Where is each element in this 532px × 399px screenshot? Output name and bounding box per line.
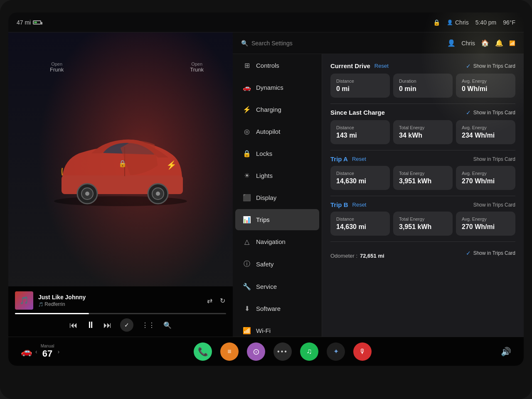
header-user-icon: 👤	[447, 39, 456, 47]
menu-item-charging[interactable]: ⚡ Charging	[235, 99, 319, 120]
autopilot-icon: ◎	[243, 128, 251, 135]
frunk-text: Frunk	[50, 66, 64, 73]
locks-label: Locks	[256, 150, 272, 157]
current-drive-reset[interactable]: Reset	[374, 63, 389, 69]
menu-item-service[interactable]: 🔧 Service	[235, 276, 319, 297]
trip-a-avg-energy-card: Avg. Energy 270 Wh/mi	[456, 166, 515, 190]
check-icon-slc: ✓	[466, 109, 471, 116]
slc-distance-card: Distance 143 mi	[330, 120, 390, 144]
equalizer-button[interactable]: ⋮⋮	[142, 321, 155, 329]
svg-text:⚡: ⚡	[166, 160, 177, 170]
divider-1	[330, 103, 515, 104]
menu-item-controls[interactable]: ⊞ Controls	[235, 55, 319, 76]
menu-item-software[interactable]: ⬇ Software	[235, 298, 319, 319]
battery-fill	[34, 22, 37, 23]
music-player: 🎵 Just Like Johnny 🎵 Redferrin ⇄ ↻	[8, 286, 233, 337]
next-track-button[interactable]: ⏭	[103, 320, 112, 330]
pause-button[interactable]: ⏸	[86, 320, 95, 330]
odometer-show-trips[interactable]: ✓ Show in Trips Card	[466, 250, 515, 256]
search-music-button[interactable]: 🔍	[163, 321, 172, 329]
checkmark-button[interactable]: ✓	[120, 318, 133, 332]
menu-item-autopilot[interactable]: ◎ Autopilot	[235, 121, 319, 142]
repeat-button[interactable]: ↻	[219, 296, 226, 305]
home-icon[interactable]: 🏠	[481, 39, 489, 47]
speed-increase-button[interactable]: ›	[57, 348, 59, 355]
menu-item-trips[interactable]: 📊 Trips	[235, 209, 319, 230]
menu-item-locks[interactable]: 🔒 Locks	[235, 143, 319, 164]
current-drive-show-trips[interactable]: ✓ Show in Trips Card	[466, 63, 515, 69]
trip-a-distance-label: Distance	[336, 171, 384, 176]
trip-a-total-energy-label: Total Energy	[399, 171, 447, 176]
menu-item-dynamics[interactable]: 🚗 Dynamics	[235, 77, 319, 98]
svg-point-5	[85, 192, 89, 196]
current-drive-title: Current Drive	[330, 62, 370, 69]
touchscreen: 47 mi 🔒 👤 Chris 5:40 pm 96°F	[8, 12, 524, 366]
radio-app-button[interactable]: ⊙	[247, 342, 265, 361]
trip-a-show-trips[interactable]: Show in Trips Card	[473, 156, 515, 162]
equalizer-app-button[interactable]: ≡	[220, 342, 239, 361]
speed-decrease-button[interactable]: ‹	[35, 348, 37, 355]
bell-icon[interactable]: 🔔	[495, 39, 503, 47]
trips-label: Trips	[256, 216, 270, 223]
trip-b-title: Trip B	[330, 201, 348, 208]
track-artist: 🎵 Redferrin	[38, 301, 201, 307]
album-art: 🎵	[15, 291, 33, 310]
odometer-row: Odometer : 72,651 mi	[330, 253, 384, 259]
trip-a-stats: Distance 14,630 mi Total Energy 3,951 kW…	[330, 166, 515, 190]
more-apps-button[interactable]: •••	[273, 342, 292, 361]
bluetooth-button[interactable]: ✦	[327, 342, 345, 361]
spotify-button[interactable]: ♫	[300, 342, 318, 361]
trip-b-total-energy-value: 3,951 kWh	[399, 223, 447, 231]
current-energy-card: Avg. Energy 0 Wh/mi	[456, 74, 515, 98]
svg-point-8	[156, 192, 160, 196]
trip-a-avg-energy-value: 270 Wh/mi	[462, 177, 510, 185]
trip-b-avg-energy-card: Avg. Energy 270 Wh/mi	[456, 212, 515, 236]
trip-b-total-energy-label: Total Energy	[399, 217, 447, 222]
divider-3	[330, 196, 515, 196]
since-last-charge-show-trips[interactable]: ✓ Show in Trips Card	[466, 109, 515, 116]
current-energy-value: 0 Wh/mi	[462, 85, 510, 93]
menu-item-safety[interactable]: ⓘ Safety	[235, 253, 319, 275]
main-content: Open Frunk Open Trunk	[8, 32, 524, 337]
trip-b-show-trips[interactable]: Show in Trips Card	[473, 202, 515, 208]
menu-item-display[interactable]: ⬛ Display	[235, 187, 319, 208]
trips-content: Current Drive Reset ✓ Show in Trips Card…	[322, 54, 524, 337]
trip-b-reset[interactable]: Reset	[352, 202, 367, 208]
taskbar: 🚗 ‹ Manual 67 › 📞 ≡ ⊙ ••• ♫ ✦ 🎙 🔊	[8, 337, 524, 366]
check-icon-current: ✓	[466, 63, 471, 69]
trip-a-reset[interactable]: Reset	[352, 156, 366, 162]
slc-energy-card: Total Energy 34 kWh	[393, 120, 453, 144]
divider-4	[330, 241, 515, 242]
music-progress-bar[interactable]	[15, 313, 226, 314]
prev-track-button[interactable]: ⏮	[69, 320, 78, 330]
menu-item-navigation[interactable]: △ Navigation	[235, 231, 319, 252]
settings-user-area: 👤 Chris 🏠 🔔 📶	[447, 39, 515, 47]
slc-avg-energy-value: 234 Wh/mi	[462, 132, 510, 139]
music-progress-fill	[15, 313, 89, 314]
controls-icon: ⊞	[243, 62, 251, 69]
header-username: Chris	[461, 40, 475, 47]
battery-icon	[33, 20, 41, 25]
speed-mode-label: Manual	[41, 344, 54, 348]
user-status: 👤 Chris	[447, 19, 469, 26]
menu-item-lights[interactable]: ☀ Lights	[235, 165, 319, 186]
trunk-open-text: Open	[190, 62, 204, 66]
trip-b-header: Trip B Reset Show in Trips Card	[330, 201, 515, 208]
search-box[interactable]: 🔍 Search Settings	[241, 40, 439, 47]
volume-icon[interactable]: 🔊	[501, 347, 511, 357]
slc-avg-energy-label: Avg. Energy	[462, 125, 510, 130]
car-body-area: Open Frunk Open Trunk	[17, 53, 224, 262]
trip-b-distance-card: Distance 14,630 mi	[330, 212, 390, 236]
speed-control: Manual 67	[41, 344, 54, 359]
current-drive-stats: Distance 0 mi Duration 0 min Avg. Energy…	[330, 74, 515, 98]
trunk-label: Open Trunk	[190, 62, 204, 73]
settings-top-bar: 🔍 Search Settings 👤 Chris 🏠 🔔 📶	[233, 32, 524, 54]
menu-item-wifi[interactable]: 📶 Wi-Fi	[235, 320, 319, 337]
speed-value: 67	[42, 348, 52, 359]
settings-panel: 🔍 Search Settings 👤 Chris 🏠 🔔 📶 ⊞	[233, 32, 524, 337]
podcast-button[interactable]: 🎙	[353, 342, 372, 361]
trip-b-distance-value: 14,630 mi	[336, 223, 384, 231]
shuffle-button[interactable]: ⇄	[206, 296, 213, 305]
phone-app-button[interactable]: 📞	[194, 342, 212, 361]
dynamics-label: Dynamics	[256, 84, 283, 91]
